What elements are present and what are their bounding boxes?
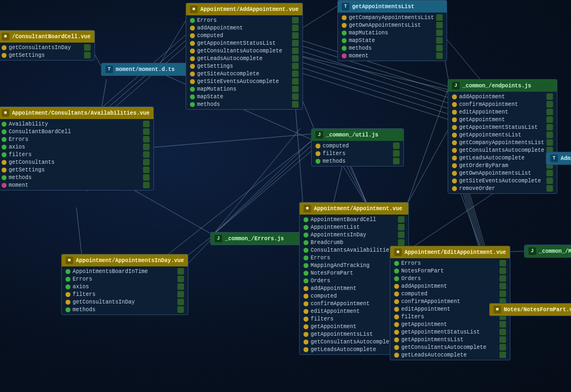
node-item: ConsultantBoardCell xyxy=(0,128,153,135)
node-header-edit-appointment: ■Appointment/EditAppointment.vue xyxy=(390,246,510,258)
node-moment-ts[interactable]: Tmoment/moment.d.ts xyxy=(101,63,194,76)
node-icon-add-appointment: ■ xyxy=(190,5,198,13)
item-dot xyxy=(304,278,308,283)
item-label: Errors xyxy=(73,276,92,282)
item-label: getAppointment xyxy=(401,322,447,328)
node-item: mapMutations xyxy=(338,29,447,37)
item-dot xyxy=(2,137,7,142)
node-top-right-node[interactable]: TgetAppointmentsListgetCompanyAppointmen… xyxy=(337,0,447,61)
node-common-endpoints[interactable]: J_common_/endpoints.jsaddAppointmentconf… xyxy=(448,79,557,194)
item-dot xyxy=(190,41,195,46)
node-header-moment-ts: Tmoment/moment.d.ts xyxy=(102,63,193,75)
node-item: getConsultantsInDay xyxy=(0,44,94,51)
item-label: getCompanyAppointmentsList xyxy=(349,15,434,21)
node-mapping-node[interactable]: J_common_/MappingA... xyxy=(524,245,571,258)
node-item: getLeadsAutocomplete xyxy=(448,154,557,162)
node-item: moment xyxy=(0,181,153,189)
item-dot xyxy=(2,175,7,180)
node-item: methods xyxy=(338,44,447,52)
node-item: getAppointmentStatusList xyxy=(448,123,557,131)
item-dot xyxy=(316,159,320,164)
item-dot xyxy=(304,240,308,245)
node-item: getAppointmentsList xyxy=(448,131,557,139)
item-label: Errors xyxy=(197,17,217,23)
item-label: getLeadsAutocomplete xyxy=(459,155,525,161)
node-consultants-availabilities[interactable]: ■Appointment/Consultants/Availabilities.… xyxy=(0,106,154,191)
node-add-appointment[interactable]: ■Appointment/AddAppointment.vueErrorsadd… xyxy=(186,3,303,110)
item-label: getAppointment xyxy=(311,324,356,330)
item-badge xyxy=(393,150,400,157)
item-dot xyxy=(66,300,70,305)
item-dot xyxy=(190,64,195,69)
node-item: mapState xyxy=(186,93,302,100)
node-consultant-board-cell[interactable]: ■/ConsultantBoardCell.vuegetConsultantsI… xyxy=(0,30,95,61)
node-icon-notes-form-part: ■ xyxy=(493,306,501,313)
item-label: editAppointment xyxy=(459,109,508,115)
item-badge xyxy=(546,93,553,100)
node-header-common-errors: J_common_/Errors.js xyxy=(211,233,302,245)
item-label: getAppointment xyxy=(459,117,505,123)
node-appointments-in-day[interactable]: ■Appointment/AppointmentsInDay.vueAppoin… xyxy=(61,254,188,315)
item-label: getLeadsAutocomplete xyxy=(311,347,376,353)
svg-line-15 xyxy=(295,98,303,205)
item-label: getAppointmentStatusList xyxy=(459,124,538,130)
item-badge xyxy=(292,55,299,62)
item-dot xyxy=(2,152,7,157)
node-item: Availability xyxy=(0,120,153,128)
item-badge xyxy=(499,336,506,343)
item-badge xyxy=(177,299,184,305)
node-item: mapMutations xyxy=(186,85,302,93)
node-notes-form-part[interactable]: ■Notes/NotesFormPart.vue xyxy=(489,303,571,316)
item-label: methods xyxy=(9,175,32,181)
item-label: methods xyxy=(323,158,346,164)
node-icon-common-util: J xyxy=(316,131,323,139)
item-label: Errors xyxy=(9,136,28,142)
node-item: getAppointmentStatusList xyxy=(390,328,510,336)
node-item: getConsultantsAutocomplete xyxy=(390,343,510,351)
node-item: filters xyxy=(62,290,188,298)
item-label: editAppointment xyxy=(401,306,450,312)
node-item: getAppointment xyxy=(390,320,510,328)
node-common-errors[interactable]: J_common_/Errors.js xyxy=(210,232,303,245)
item-dot xyxy=(304,340,308,345)
item-label: removeOrder xyxy=(459,186,495,192)
item-label: getAppointmentsList xyxy=(459,132,521,138)
item-dot xyxy=(66,307,70,312)
item-label: getLeadsAutocomplete xyxy=(401,352,467,358)
item-dot xyxy=(190,102,195,107)
node-item: AppointmentsInDay xyxy=(300,231,408,239)
node-item: Errors xyxy=(390,259,510,267)
item-dot xyxy=(304,256,308,260)
node-body-consultant-board-cell: getConsultantsInDaygetSettings xyxy=(0,43,94,60)
node-item: methods xyxy=(312,157,403,165)
item-badge xyxy=(546,170,553,176)
item-label: mapMutations xyxy=(197,86,236,92)
item-badge xyxy=(393,158,400,164)
item-dot xyxy=(304,347,308,352)
node-title-consultant-board-cell: /ConsultantBoardCell.vue xyxy=(12,34,91,40)
node-icon-consultants-availabilities: ■ xyxy=(2,109,9,117)
node-title-edit-appointment: Appointment/EditAppointment.vue xyxy=(405,250,506,256)
item-dot xyxy=(304,294,308,299)
diagram-canvas: ■Appointment/Consultants/Availabilities.… xyxy=(0,0,571,392)
item-badge xyxy=(436,14,443,21)
node-item: getSettings xyxy=(186,62,302,70)
node-header-top-right-node: TgetAppointmentsList xyxy=(338,1,447,13)
item-dot xyxy=(452,94,457,99)
node-item: methods xyxy=(62,306,188,313)
node-admin-node[interactable]: TAdmi... xyxy=(546,152,571,165)
node-icon-admin-node: T xyxy=(550,155,558,162)
node-item: getAppointmentStatusList xyxy=(186,39,302,47)
item-label: moment xyxy=(9,182,28,188)
item-dot xyxy=(304,217,308,222)
item-label: mapMutations xyxy=(349,30,388,36)
node-common-util[interactable]: J_common_/util.jscomputedfiltersmethods xyxy=(311,128,404,167)
item-dot xyxy=(452,156,457,161)
node-title-moment-ts: moment/moment.d.ts xyxy=(116,67,175,73)
node-body-top-right-node: getCompanyAppointmentsListgetOwnAppointm… xyxy=(338,13,447,61)
item-label: AppointmentsBoardInTime xyxy=(73,269,148,275)
item-dot xyxy=(394,322,399,327)
node-item: getOwnAppointmentsList xyxy=(448,169,557,177)
item-badge xyxy=(499,344,506,351)
node-item: getConsultantsAutocomplete xyxy=(186,47,302,55)
